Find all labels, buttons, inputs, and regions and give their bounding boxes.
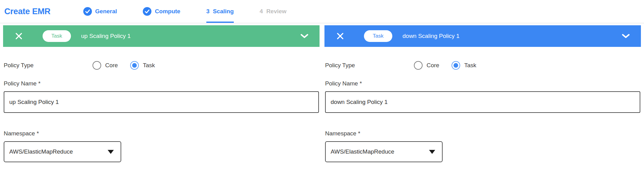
wizard-header: Create EMR General Compute 3 Scaling 4 R… xyxy=(0,0,644,23)
step-general[interactable]: General xyxy=(83,0,117,23)
namespace-label: Namespace * xyxy=(4,130,319,137)
radio-label: Task xyxy=(143,62,155,69)
radio-button-icon[interactable] xyxy=(414,61,423,70)
radio-label: Core xyxy=(105,62,118,69)
task-badge: Task xyxy=(43,30,71,42)
close-icon[interactable] xyxy=(336,32,344,40)
task-radio-option[interactable]: Task xyxy=(452,61,476,70)
policy-name-label: Policy Name * xyxy=(4,80,319,87)
chevron-down-icon[interactable] xyxy=(300,34,308,38)
namespace-selected-value: AWS/ElasticMapReduce xyxy=(331,148,394,155)
policy-type-label: Policy Type xyxy=(4,62,93,69)
step-number: 3 xyxy=(206,8,210,15)
up-scaling-policy-card: Task up Scaling Policy 1 Policy Type Cor… xyxy=(3,25,320,162)
step-scaling[interactable]: 3 Scaling xyxy=(206,0,234,23)
step-label: Review xyxy=(266,8,286,15)
caret-down-icon xyxy=(429,150,435,154)
radio-button-selected-icon[interactable] xyxy=(452,61,460,70)
policy-card-title: down Scaling Policy 1 xyxy=(402,33,460,39)
namespace-label: Namespace * xyxy=(325,130,640,137)
down-policy-card-header[interactable]: Task down Scaling Policy 1 xyxy=(324,25,641,47)
namespace-selected-value: AWS/ElasticMapReduce xyxy=(9,148,73,155)
down-scaling-policy-card: Task down Scaling Policy 1 Policy Type C… xyxy=(324,25,641,162)
caret-down-icon xyxy=(108,150,114,154)
up-policy-card-header[interactable]: Task up Scaling Policy 1 xyxy=(3,25,320,47)
radio-button-selected-icon[interactable] xyxy=(130,61,139,70)
check-circle-icon xyxy=(83,7,92,16)
check-circle-icon xyxy=(143,7,151,16)
step-label: General xyxy=(95,8,117,15)
chevron-down-icon[interactable] xyxy=(622,34,630,38)
core-radio-option[interactable]: Core xyxy=(414,61,439,70)
policy-form: Policy Type Core Task Policy Name * xyxy=(3,61,320,162)
policy-type-label: Policy Type xyxy=(325,62,414,69)
policy-card-title: up Scaling Policy 1 xyxy=(81,33,131,39)
policy-name-input[interactable] xyxy=(4,91,319,113)
policy-form: Policy Type Core Task Policy Name * xyxy=(324,61,641,162)
close-icon[interactable] xyxy=(15,32,23,40)
step-label: Compute xyxy=(155,8,180,15)
task-badge: Task xyxy=(364,30,392,42)
radio-button-icon[interactable] xyxy=(93,61,101,70)
radio-label: Task xyxy=(464,62,476,69)
namespace-select[interactable]: AWS/ElasticMapReduce xyxy=(4,141,121,162)
policy-type-radio-group: Core Task xyxy=(414,61,476,70)
policy-name-input[interactable] xyxy=(325,91,640,113)
scaling-policies-row: Task up Scaling Policy 1 Policy Type Cor… xyxy=(3,25,641,162)
step-compute[interactable]: Compute xyxy=(143,0,180,23)
namespace-select[interactable]: AWS/ElasticMapReduce xyxy=(325,141,443,162)
step-nav: General Compute 3 Scaling 4 Review xyxy=(83,0,287,23)
radio-label: Core xyxy=(427,62,439,69)
policy-type-radio-group: Core Task xyxy=(93,61,155,70)
policy-name-label: Policy Name * xyxy=(325,80,640,87)
page-title: Create EMR xyxy=(4,7,51,16)
step-label: Scaling xyxy=(213,8,234,15)
core-radio-option[interactable]: Core xyxy=(93,61,118,70)
step-review[interactable]: 4 Review xyxy=(260,0,287,23)
task-radio-option[interactable]: Task xyxy=(130,61,155,70)
step-number: 4 xyxy=(260,8,263,15)
